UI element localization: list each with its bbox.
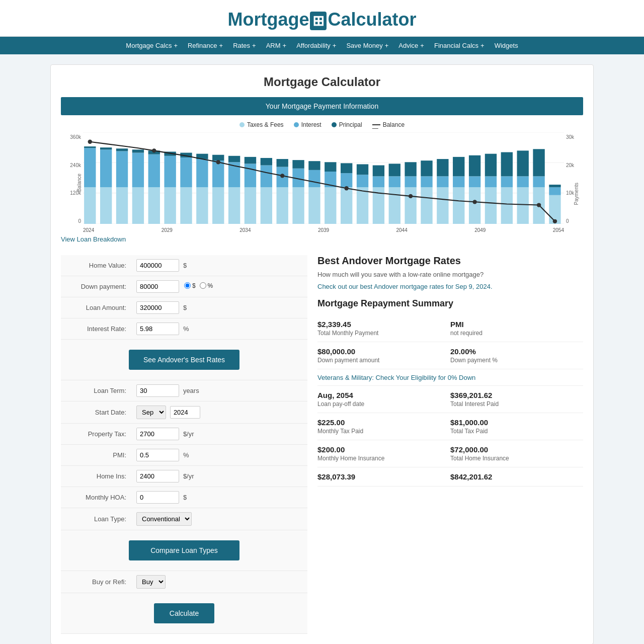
down-payment-dollar-radio-label[interactable]: $ [184,282,196,289]
summary-payoff-date: Aug, 2054 Loan pay-off date [317,386,450,413]
buy-refi-select[interactable]: Buy Refi [136,575,166,589]
svg-rect-56 [357,175,368,187]
svg-rect-48 [308,161,320,170]
svg-rect-25 [196,187,208,224]
start-year-input[interactable] [170,406,200,419]
y-label-0-left: 0 [61,218,81,224]
down-payment-label: Down payment: [61,276,131,297]
svg-rect-23 [180,157,192,187]
interest-rate-input[interactable] [136,323,179,335]
nav-affordability[interactable]: Affordability + [291,37,341,54]
calculator-form: Home Value: $ Down payment: $ [61,255,307,634]
pmi-input[interactable] [136,449,179,461]
nav-rates[interactable]: Rates + [228,37,261,54]
right-panel: Best Andover Mortgage Rates How much wil… [317,255,583,634]
svg-rect-22 [180,187,192,224]
down-payment-percent-radio[interactable] [200,282,206,289]
down-payment-percent-radio-label[interactable]: % [200,282,213,289]
compare-loan-types-button[interactable]: Compare Loan Types [129,540,239,560]
pmi-row: PMI: % [61,445,307,466]
summary-total-tax: $81,000.00 Total Tax Paid [450,413,583,440]
veterans-link[interactable]: Veterans & Military: Check Your Eligibil… [317,374,475,381]
monthly-hoa-label: Monthly HOA: [61,487,131,508]
svg-rect-5 [84,148,96,187]
svg-rect-74 [453,176,464,187]
svg-rect-63 [389,164,400,176]
down-payment-input[interactable] [136,280,179,293]
summary-total-cost-value: $28,073.39 [317,472,450,481]
svg-rect-77 [469,176,480,187]
nav-save-money[interactable]: Save Money + [341,37,393,54]
svg-rect-37 [261,187,272,224]
home-value-input[interactable] [136,259,179,272]
legend-principal-dot [332,122,337,127]
summary-down-payment-percent: 20.00% Down payment % [450,342,583,369]
start-month-select[interactable]: JanFebMarApr MayJunJulAug SepOctNovDec [136,406,166,419]
nav-financial-calcs[interactable]: Financial Calcs + [429,37,490,54]
loan-type-select[interactable]: Conventional FHA VA USDA [136,512,192,526]
svg-rect-45 [292,160,304,169]
loan-term-input[interactable] [136,384,179,397]
svg-point-100 [472,200,476,204]
svg-point-98 [344,186,348,190]
rates-section-title: Best Andover Mortgage Rates [317,255,583,267]
x-label-2054: 2054 [553,227,564,233]
svg-rect-33 [228,156,240,162]
summary-monthly-payment: $2,339.45 Total Monthly Payment [317,315,450,342]
chart-svg [83,132,564,224]
interest-rate-unit: % [183,325,189,333]
calculate-button-row: Calculate [61,593,307,634]
summary-total-tax-value: $81,000.00 [450,418,583,427]
home-ins-input[interactable] [136,470,179,482]
svg-point-102 [553,219,557,223]
svg-rect-93 [549,185,560,187]
summary-down-payment-percent-value: 20.00% [450,347,583,356]
site-title-part2: Calculator [328,9,416,30]
pmi-label: PMI: [61,445,131,466]
pmi-unit: % [183,451,189,459]
nav-arm[interactable]: ARM + [261,37,291,54]
nav-refinance[interactable]: Refinance + [183,37,228,54]
nav-advice[interactable]: Advice + [393,37,429,54]
svg-rect-16 [148,187,160,224]
interest-rate-row: Interest Rate: % [61,318,307,340]
y-label-20k: 20k [566,163,583,168]
nav-widgets[interactable]: Widgets [490,37,523,54]
svg-rect-30 [212,155,224,160]
monthly-hoa-input[interactable] [136,491,179,504]
legend-taxes-label: Taxes & Fees [247,121,284,128]
svg-point-94 [88,140,92,144]
rates-link[interactable]: Check out our best Andover mortgage rate… [317,283,493,290]
property-tax-input[interactable] [136,428,179,440]
down-payment-dollar-radio[interactable] [184,282,191,289]
view-loan-breakdown-link[interactable]: View Loan Breakdown [61,235,126,243]
y-label-0-right: 0 [566,218,583,224]
nav-plus-icon: + [283,42,287,49]
see-rates-button[interactable]: See Andover's Best Rates [129,350,239,370]
svg-rect-62 [389,176,400,187]
svg-rect-79 [485,187,497,224]
legend-interest: Interest [294,121,321,128]
buy-refi-row: Buy or Refi: Buy Refi [61,571,307,593]
summary-pmi-label: not required [450,330,482,337]
summary-payoff-date-label: Loan pay-off date [317,400,364,408]
nav-plus-icon: + [480,42,485,49]
svg-rect-40 [277,187,288,224]
svg-rect-87 [517,150,529,176]
nav-mortgage-calcs[interactable]: Mortgage Calcs + [121,37,183,54]
loan-amount-label: Loan Amount: [61,297,131,318]
svg-rect-38 [261,166,272,188]
summary-total-insurance-label: Total Home Insurance [450,455,509,462]
mortgage-chart: 360k 240k 120k 0 Balance 30k 20k 10k 0 P… [61,132,583,233]
svg-rect-64 [405,187,416,224]
svg-rect-72 [437,159,448,176]
svg-rect-10 [116,187,128,224]
svg-rect-51 [325,162,336,172]
legend-interest-dot [294,122,299,127]
calculate-button[interactable]: Calculate [154,603,214,623]
summary-monthly-insurance-label: Monthly Home Insurance [317,455,384,462]
loan-amount-input[interactable] [136,301,179,314]
x-label-2039: 2039 [318,227,329,233]
summary-total-insurance: $72,000.00 Total Home Insurance [450,440,583,467]
site-header: Mortgage⊞Calculator [0,0,644,37]
